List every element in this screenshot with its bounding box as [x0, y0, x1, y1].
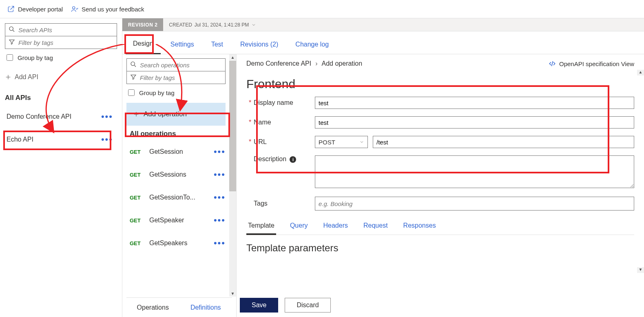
- search-operations-input[interactable]: [127, 59, 225, 71]
- add-operation-label: Add operation: [144, 110, 187, 118]
- operation-name: GetSessionTo...: [149, 194, 208, 201]
- operation-menu-button[interactable]: •••: [214, 192, 226, 203]
- group-by-tag-ops-checkbox[interactable]: [128, 89, 135, 96]
- tab-operations[interactable]: Operations: [126, 304, 179, 311]
- http-verb: GET: [130, 240, 144, 246]
- tab-design[interactable]: Design: [126, 34, 161, 54]
- operation-row[interactable]: GET GetSessions •••: [126, 163, 226, 186]
- api-item-menu-button[interactable]: •••: [99, 112, 115, 121]
- tags-input[interactable]: [315, 197, 634, 211]
- tab-query[interactable]: Query: [288, 218, 310, 235]
- group-by-tag-apis-label: Group by tag: [18, 54, 53, 61]
- svg-point-2: [131, 62, 135, 66]
- frontend-heading: Frontend: [246, 77, 634, 91]
- feedback-link[interactable]: Send us your feedback: [71, 5, 144, 13]
- tab-request[interactable]: Request: [362, 218, 389, 235]
- openapi-view-button[interactable]: OpenAPI specification View: [549, 60, 634, 67]
- name-input[interactable]: [315, 116, 634, 129]
- scrollbar-thumb[interactable]: [229, 61, 236, 191]
- chevron-down-icon: [359, 140, 364, 144]
- display-name-input[interactable]: [315, 97, 634, 109]
- required-indicator: *: [246, 119, 254, 126]
- revision-created-value: Jul 31, 2024, 1:41:28 PM: [195, 22, 249, 28]
- parameter-tabs: Template Query Headers Request Responses: [246, 218, 634, 235]
- api-item-demo-conference[interactable]: Demo Conference API •••: [5, 105, 117, 128]
- operations-scrollbar[interactable]: ▲ ▼: [229, 54, 236, 297]
- filter-apis-input[interactable]: [5, 36, 117, 49]
- search-icon: [130, 61, 137, 69]
- scroll-up-icon[interactable]: ▲: [231, 54, 235, 60]
- tab-settings[interactable]: Settings: [163, 35, 201, 54]
- editor-scroll-down[interactable]: ▼: [637, 267, 644, 273]
- svg-point-0: [73, 7, 75, 9]
- search-apis-box[interactable]: [5, 23, 117, 36]
- http-method-select[interactable]: POST: [315, 136, 368, 148]
- required-indicator: [246, 200, 254, 207]
- chevron-down-icon: [251, 22, 256, 27]
- operations-panel: Group by tag Add operation All operation…: [122, 54, 237, 317]
- api-item-label: Echo API: [7, 136, 33, 143]
- scroll-down-icon[interactable]: ▼: [231, 290, 235, 297]
- api-item-echo[interactable]: Echo API •••: [5, 128, 117, 151]
- api-list-panel: Group by tag Add API All APIs Demo Confe…: [0, 18, 122, 317]
- tab-definitions[interactable]: Definitions: [179, 304, 232, 311]
- filter-operations-box[interactable]: [126, 71, 226, 84]
- filter-apis-box[interactable]: [5, 36, 117, 49]
- group-by-tag-apis[interactable]: Group by tag: [5, 53, 117, 62]
- operation-menu-button[interactable]: •••: [214, 146, 226, 157]
- developer-portal-link[interactable]: Developer portal: [7, 5, 63, 13]
- feedback-icon: [71, 5, 78, 13]
- operation-row[interactable]: GET GetSessionTo... •••: [126, 186, 226, 209]
- http-verb: GET: [130, 172, 144, 178]
- discard-button[interactable]: Discard: [285, 298, 330, 313]
- description-label: Description i: [254, 155, 315, 163]
- description-input[interactable]: [315, 155, 634, 188]
- editor-scroll-up[interactable]: ▲: [637, 70, 644, 75]
- template-parameters-heading: Template parameters: [246, 242, 634, 254]
- operation-row[interactable]: GET GetSession •••: [126, 140, 226, 163]
- display-name-label: Display name: [254, 99, 315, 106]
- info-icon[interactable]: i: [290, 156, 296, 163]
- operation-menu-button[interactable]: •••: [214, 238, 226, 248]
- command-bar: Developer portal Send us your feedback: [0, 0, 644, 18]
- all-apis-header: All APIs: [5, 94, 117, 102]
- plus-icon: [133, 111, 139, 117]
- save-button[interactable]: Save: [240, 298, 278, 313]
- add-api-label: Add API: [15, 73, 38, 81]
- openapi-view-label: OpenAPI specification View: [559, 60, 634, 67]
- operation-name: GetSessions: [149, 171, 208, 178]
- api-item-label: Demo Conference API: [7, 113, 71, 120]
- operation-row[interactable]: GET GetSpeaker •••: [126, 209, 226, 232]
- operations-bottom-tabs: Operations Definitions: [126, 297, 232, 317]
- revision-created-label: CREATED: [169, 22, 192, 28]
- operation-name: GetSession: [149, 148, 208, 155]
- revision-created[interactable]: CREATED Jul 31, 2024, 1:41:28 PM: [163, 22, 262, 28]
- tab-headers[interactable]: Headers: [322, 218, 350, 235]
- developer-portal-label: Developer portal: [18, 6, 63, 13]
- group-by-tag-ops[interactable]: Group by tag: [126, 88, 226, 97]
- api-item-menu-button[interactable]: •••: [99, 135, 115, 144]
- operation-menu-button[interactable]: •••: [214, 215, 226, 226]
- operation-menu-button[interactable]: •••: [214, 169, 226, 180]
- tab-template[interactable]: Template: [246, 218, 276, 235]
- editor-actions: Save Discard: [237, 293, 644, 317]
- group-by-tag-apis-checkbox[interactable]: [7, 54, 13, 61]
- tab-responses[interactable]: Responses: [402, 218, 438, 235]
- filter-icon: [130, 74, 137, 82]
- add-api-button[interactable]: Add API: [5, 73, 117, 81]
- plus-icon: [5, 74, 11, 80]
- breadcrumb-api[interactable]: Demo Conference API: [246, 60, 311, 67]
- code-icon: [549, 60, 556, 67]
- http-verb: GET: [130, 195, 144, 201]
- filter-operations-input[interactable]: [127, 71, 225, 84]
- url-input[interactable]: [373, 136, 634, 148]
- http-method-value: POST: [319, 139, 335, 146]
- search-operations-box[interactable]: [126, 58, 226, 71]
- tab-changelog[interactable]: Change log: [288, 35, 336, 54]
- search-apis-input[interactable]: [5, 24, 117, 36]
- filter-icon: [9, 39, 15, 47]
- tab-revisions[interactable]: Revisions (2): [233, 35, 285, 54]
- add-operation-button[interactable]: Add operation: [126, 103, 226, 126]
- operation-row[interactable]: GET GetSpeakers •••: [126, 232, 226, 255]
- tab-test[interactable]: Test: [204, 35, 230, 54]
